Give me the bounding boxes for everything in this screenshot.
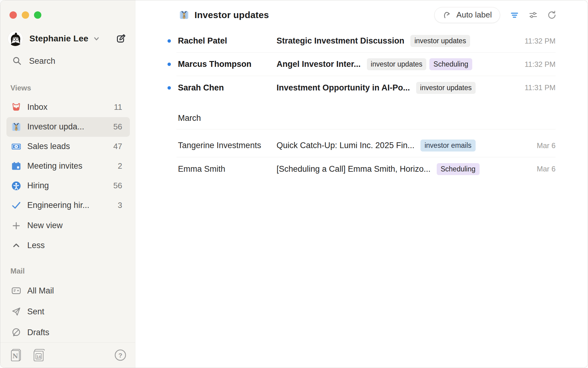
unread-indicator xyxy=(168,63,171,66)
sidebar-item-label: Sales leads xyxy=(27,142,70,151)
email-tag[interactable]: Scheduling xyxy=(437,163,480,175)
compose-button[interactable] xyxy=(114,32,127,45)
email-tag[interactable]: investor updates xyxy=(410,35,470,47)
group-label-text: March xyxy=(176,113,201,123)
minimize-button[interactable] xyxy=(22,11,29,19)
sidebar: Stephanie Lee Search Views xyxy=(0,0,135,368)
email-row[interactable]: Rachel Patel Strategic Investment Discus… xyxy=(176,29,556,53)
help-icon[interactable]: ? xyxy=(114,348,127,362)
less-button[interactable]: Less xyxy=(6,236,130,255)
svg-text:14: 14 xyxy=(36,355,41,359)
filter-icon[interactable] xyxy=(509,10,520,20)
notion-app-icon[interactable]: N xyxy=(9,348,22,362)
sidebar-item-count: 56 xyxy=(113,181,122,190)
email-tags: Scheduling xyxy=(437,163,480,175)
account-switcher[interactable]: Stephanie Lee xyxy=(8,31,127,46)
close-button[interactable] xyxy=(9,11,17,19)
email-time: Mar 6 xyxy=(537,165,556,173)
sidebar-item-sent[interactable]: Sent xyxy=(6,302,130,321)
sidebar-item-label: Drafts xyxy=(27,328,49,337)
sidebar-footer: N 14 ? xyxy=(0,342,135,368)
sidebar-item-inbox[interactable]: Inbox 11 xyxy=(6,98,130,117)
auto-label-button[interactable]: Auto label xyxy=(434,7,500,23)
new-view-label: New view xyxy=(27,221,63,230)
sidebar-item-label: Hiring xyxy=(27,181,49,190)
app-window: Stephanie Lee Search Views xyxy=(0,0,588,368)
less-label: Less xyxy=(27,241,45,250)
search-button[interactable]: Search xyxy=(8,53,129,69)
email-subject: Investment Opportunity in AI-Po... xyxy=(277,83,410,93)
email-list: Rachel Patel Strategic Investment Discus… xyxy=(176,29,556,181)
auto-label-text: Auto label xyxy=(456,10,492,20)
sidebar-item-label: Investor upda... xyxy=(27,122,84,132)
sidebar-item-meeting-invites[interactable]: Meeting invites 2 xyxy=(6,156,130,176)
sidebar-item-engineering-hiring[interactable]: Engineering hir... 3 xyxy=(6,196,130,215)
views-section-label: Views xyxy=(10,84,135,92)
window-controls xyxy=(0,0,135,19)
email-tags: investor updates Scheduling xyxy=(367,58,473,70)
sidebar-item-label: Inbox xyxy=(27,102,47,112)
email-time: 11:32 PM xyxy=(525,60,556,69)
email-row[interactable]: Marcus Thompson Angel Investor Inter... … xyxy=(176,53,556,76)
necktie-icon xyxy=(10,121,22,133)
banknote-icon xyxy=(10,141,22,152)
email-row[interactable]: Tangerine Investments Quick Catch-Up: Lu… xyxy=(176,134,556,157)
march-group: Tangerine Investments Quick Catch-Up: Lu… xyxy=(176,134,556,181)
unread-indicator xyxy=(168,86,171,90)
email-time: Mar 6 xyxy=(537,141,556,150)
zoom-button[interactable] xyxy=(34,11,41,19)
avatar xyxy=(8,31,23,46)
email-sender: Tangerine Investments xyxy=(176,141,277,150)
plus-icon xyxy=(10,220,22,232)
group-header-march: March xyxy=(176,99,556,129)
checkmark-icon xyxy=(10,200,22,211)
send-icon xyxy=(10,306,22,317)
unread-indicator xyxy=(168,39,171,43)
mail-list: All Mail Sent Drafts xyxy=(0,280,135,342)
email-row[interactable]: Emma Smith [Scheduling a Call] Emma Smit… xyxy=(176,157,556,181)
auto-label-icon xyxy=(443,10,452,20)
sidebar-item-hiring[interactable]: Hiring 56 xyxy=(6,176,130,196)
email-tag[interactable]: investor updates xyxy=(416,82,476,94)
email-subject: Angel Investor Inter... xyxy=(277,59,361,69)
display-settings-icon[interactable] xyxy=(528,10,538,20)
chevron-up-icon xyxy=(10,240,22,251)
svg-text:N: N xyxy=(13,352,18,360)
sidebar-item-count: 2 xyxy=(118,161,122,171)
email-sender: Emma Smith xyxy=(176,164,277,174)
search-label: Search xyxy=(29,56,55,66)
sidebar-item-count: 56 xyxy=(113,122,122,132)
sidebar-item-drafts[interactable]: Drafts xyxy=(6,323,130,342)
page-title: Investor updates xyxy=(194,10,269,20)
email-tag[interactable]: investor updates xyxy=(367,58,427,70)
email-tags: investor updates xyxy=(416,82,476,94)
email-tags: investor updates xyxy=(410,35,470,47)
svg-text:?: ? xyxy=(119,352,123,359)
new-view-button[interactable]: New view xyxy=(6,217,130,235)
email-tag[interactable]: investor emails xyxy=(420,140,475,151)
sidebar-item-all-mail[interactable]: All Mail xyxy=(6,281,130,301)
sidebar-item-investor-updates[interactable]: Investor upda... 56 xyxy=(6,117,130,137)
email-sender: Marcus Thompson xyxy=(176,59,277,69)
email-subject: Strategic Investment Discussion xyxy=(277,36,404,46)
notion-calendar-icon[interactable]: 14 xyxy=(32,348,46,362)
email-tag[interactable]: Scheduling xyxy=(429,58,472,70)
email-row[interactable]: Sarah Chen Investment Opportunity in AI-… xyxy=(176,76,556,99)
views-list: Inbox 11 Investor upda... 56 xyxy=(0,98,135,215)
sidebar-item-label: Meeting invites xyxy=(27,161,82,171)
header-controls: Auto label xyxy=(434,7,557,23)
sidebar-item-label: Engineering hir... xyxy=(27,201,89,210)
sidebar-item-label: All Mail xyxy=(27,286,54,296)
inbox-tray-icon xyxy=(10,102,22,113)
refresh-icon[interactable] xyxy=(547,10,557,20)
email-time: 11:32 PM xyxy=(525,37,556,45)
necktie-icon xyxy=(179,10,190,21)
sidebar-item-label: Sent xyxy=(27,307,44,316)
sidebar-item-sales-leads[interactable]: Sales leads 47 xyxy=(6,137,130,156)
sidebar-item-count: 47 xyxy=(113,142,122,151)
email-sender: Rachel Patel xyxy=(176,36,277,46)
chevron-down-icon xyxy=(92,35,100,43)
drafts-icon xyxy=(10,327,22,338)
email-time: 11:31 PM xyxy=(525,83,556,92)
all-mail-icon xyxy=(10,285,22,297)
